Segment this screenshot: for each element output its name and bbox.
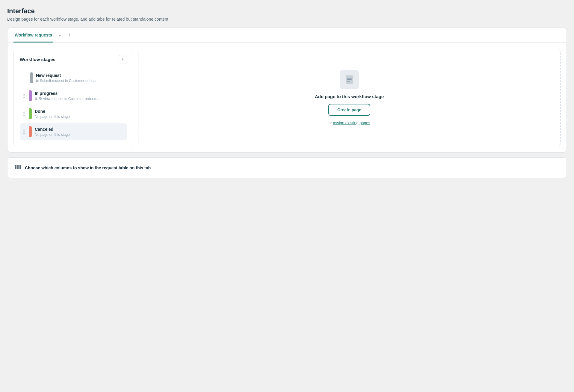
right-panel: Add page to this workflow stage Create p… [138,49,561,146]
stage-info: Done No page on this stage [35,109,70,119]
svg-rect-3 [347,81,350,82]
stage-item-done[interactable]: Done No page on this stage [20,105,127,122]
stage-color-bar [29,108,32,119]
stage-info: New request ⊞ Submit request in Customer… [36,73,99,83]
stage-item-canceled[interactable]: Canceled No page on this stage [20,123,127,140]
add-stage-button[interactable]: + [119,55,127,63]
svg-rect-2 [347,79,352,80]
stage-color-bar [29,126,32,137]
stage-name: In progress [35,91,99,96]
stage-name: Done [35,109,70,114]
document-icon [344,74,355,85]
bottom-section: Choose which columns to show in the requ… [7,157,567,178]
add-page-title: Add page to this workflow stage [315,94,384,99]
drag-handle[interactable] [22,129,26,135]
main-card: Workflow requests ··· + Workflow stages … [7,28,567,153]
svg-rect-4 [15,165,16,169]
stage-info: Canceled No page on this stage [35,127,70,137]
panel-header: Workflow stages + [20,55,127,63]
tab-more-btn[interactable]: ··· [57,31,64,39]
page-subtitle: Design pages for each workflow stage, an… [7,17,567,22]
stage-info: In progress ⊞ Review request in Customer… [35,91,99,101]
svg-rect-6 [19,165,21,169]
tab-workflow-requests[interactable]: Workflow requests [13,28,53,42]
add-page-icon [340,70,359,89]
stage-desc-icon: ⊞ [35,97,37,101]
drag-handle[interactable] [22,93,26,99]
stage-list: New request ⊞ Submit request in Customer… [20,69,127,140]
stage-item-in-progress[interactable]: In progress ⊞ Review request in Customer… [20,87,127,104]
stage-color-bar [29,90,32,101]
or-text: or assign existing pages [328,121,370,125]
page-title: Interface [7,7,567,15]
content-area: Workflow stages + New request ⊞ Submit r… [7,43,567,152]
add-page-content: Add page to this workflow stage Create p… [315,70,384,125]
stage-name: New request [36,73,99,78]
workflow-stages-panel: Workflow stages + New request ⊞ Submit r… [13,49,133,146]
stage-desc: No page on this stage [35,133,70,137]
stage-desc-icon: ⊞ [36,79,39,83]
stage-name: Canceled [35,127,70,132]
tab-add-btn[interactable]: + [66,31,73,40]
page-header: Interface Design pages for each workflow… [7,7,567,22]
panel-title: Workflow stages [20,57,55,62]
create-page-button[interactable]: Create page [328,104,370,116]
assign-existing-pages-link[interactable]: assign existing pages [333,121,370,125]
svg-rect-1 [347,78,352,79]
stage-desc: No page on this stage [35,115,70,119]
drag-handle[interactable] [22,111,26,117]
columns-card[interactable]: Choose which columns to show in the requ… [7,157,567,178]
columns-icon [15,164,21,172]
stage-color-bar [30,72,33,83]
tab-label: Workflow requests [15,33,52,37]
stage-item-new-request[interactable]: New request ⊞ Submit request in Customer… [20,69,127,86]
svg-rect-5 [17,165,19,169]
tabs-bar: Workflow requests ··· + [7,28,567,43]
stage-desc: ⊞ Submit request in Customer onboar... [36,79,99,83]
columns-text: Choose which columns to show in the requ… [25,165,151,170]
stage-desc: ⊞ Review request in Customer onboar... [35,97,99,101]
